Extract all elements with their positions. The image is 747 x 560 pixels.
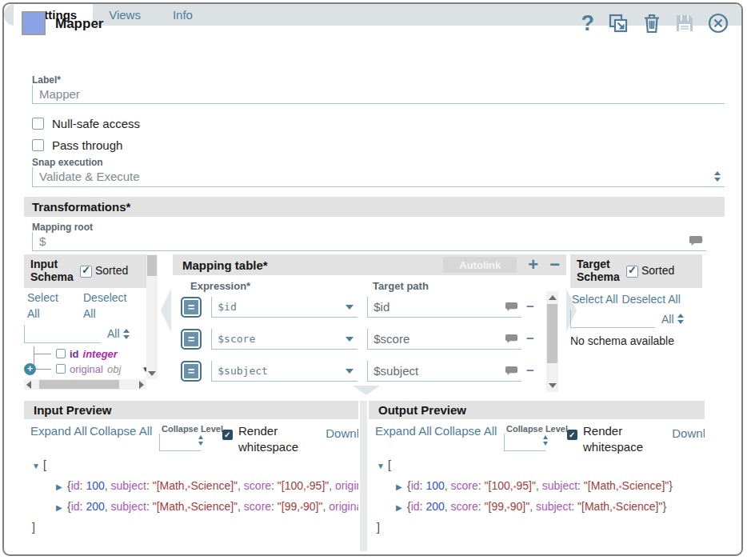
mapping-table-title: Mapping table*: [182, 258, 268, 272]
null-safe-access-label: Null-safe access: [52, 117, 140, 130]
input-deselect-all-link[interactable]: Deselect All: [83, 290, 134, 322]
comment-bubble-icon[interactable]: [505, 334, 518, 344]
row-expander-icon[interactable]: ▶: [396, 477, 407, 497]
target-path-input[interactable]: $id: [367, 297, 521, 318]
input-sorted-checkbox[interactable]: [80, 266, 92, 278]
mapping-row: = $id $id −: [181, 296, 534, 318]
comment-bubble-icon[interactable]: [689, 235, 703, 246]
tree-id-checkbox[interactable]: [56, 349, 66, 358]
target-select-all-link[interactable]: Select All: [572, 291, 618, 307]
row-expander-icon[interactable]: ▶: [56, 498, 67, 518]
input-filter-scope[interactable]: All: [107, 326, 120, 342]
tab-info[interactable]: Info: [157, 4, 209, 26]
input-schema-hscrollbar[interactable]: [24, 379, 146, 390]
output-download-link[interactable]: Download: [672, 426, 705, 442]
input-collapse-all-link[interactable]: Collapse All: [90, 423, 142, 439]
output-collapse-all-link[interactable]: Collapse All: [434, 423, 487, 439]
target-schema-filter-input[interactable]: [570, 310, 655, 328]
mapping-root-label: Mapping root: [32, 222, 93, 233]
root-expander-icon[interactable]: ▼: [377, 456, 388, 476]
comment-bubble-icon[interactable]: [505, 302, 518, 312]
input-collapse-level-stepper[interactable]: Collapse Level: [162, 423, 208, 434]
null-safe-access-row: Null-safe access: [32, 117, 140, 130]
preview-row: ▶{id: 200, score: "[99,•90]", subject: "…: [369, 497, 705, 518]
target-sorted-label: Sorted: [641, 265, 674, 278]
input-filter-spinner-icon[interactable]: [123, 329, 130, 339]
autolink-button[interactable]: Autolink: [443, 257, 517, 273]
target-path-input[interactable]: $subject: [367, 361, 521, 382]
input-download-link[interactable]: Download: [326, 426, 358, 442]
snap-execution-select[interactable]: Validate & Execute: [32, 167, 725, 187]
output-preview-header: Output Preview: [369, 401, 705, 419]
expression-input[interactable]: $id: [211, 297, 358, 318]
output-collapse-level-stepper[interactable]: Collapse Level: [506, 423, 553, 434]
snap-icon: [22, 11, 46, 35]
target-sorted-checkbox[interactable]: [626, 266, 638, 278]
expression-dropdown-icon[interactable]: [346, 337, 354, 342]
save-icon[interactable]: [675, 14, 694, 33]
comment-bubble-icon[interactable]: [505, 366, 518, 376]
input-select-all-link[interactable]: Select All: [27, 290, 72, 322]
expression-input[interactable]: $subject: [211, 361, 358, 382]
expand-node-icon[interactable]: +: [24, 363, 36, 375]
output-render-whitespace-label: Render whitespace: [583, 423, 653, 454]
preview-row: ▶{id: 100, subject: "[Math,•Science]", s…: [24, 476, 358, 497]
tree-field-type: obj: [107, 363, 121, 375]
input-preview-header: Input Preview: [24, 401, 358, 419]
delete-row-icon[interactable]: −: [526, 367, 534, 375]
input-render-whitespace-label: Render whitespace: [238, 423, 309, 454]
delete-snap-icon[interactable]: [642, 13, 661, 34]
transformations-header: Transformations*: [24, 197, 725, 217]
export-icon[interactable]: [608, 13, 629, 34]
collapse-level-spinner-icon[interactable]: [198, 435, 203, 446]
preview-row: ▶{id: 100, score: "[100,•95]", subject: …: [369, 476, 705, 497]
collapse-left-pane-handle[interactable]: [161, 289, 171, 332]
target-schema-header: Target Schema Sorted: [570, 254, 702, 288]
target-filter-scope[interactable]: All: [661, 311, 674, 327]
no-schema-message: No schema available: [570, 334, 702, 347]
input-render-whitespace-checkbox[interactable]: [222, 430, 233, 440]
input-schema-filter-input[interactable]: [24, 325, 101, 343]
collapse-level-spinner-icon[interactable]: [543, 435, 548, 446]
row-expander-icon[interactable]: ▶: [396, 498, 407, 518]
remove-row-icon[interactable]: −: [549, 257, 560, 273]
add-row-icon[interactable]: +: [528, 257, 538, 273]
target-filter-spinner-icon[interactable]: [677, 314, 684, 324]
collapse-preview-handle[interactable]: [353, 386, 380, 395]
label-field-label: Label*: [32, 74, 61, 86]
target-path-input[interactable]: $score: [367, 329, 521, 350]
input-schema-title: Input Schema: [30, 258, 77, 283]
expression-dropdown-icon[interactable]: [346, 369, 354, 374]
pass-through-checkbox[interactable]: [32, 139, 44, 151]
input-schema-vscrollbar[interactable]: [146, 254, 158, 379]
input-expand-all-link[interactable]: Expand All: [30, 423, 77, 439]
tree-field-type: integer: [83, 348, 118, 360]
help-icon[interactable]: ?: [581, 12, 595, 34]
output-render-whitespace-checkbox[interactable]: [567, 430, 577, 440]
expression-toggle-button[interactable]: =: [181, 361, 202, 382]
row-expander-icon[interactable]: ▶: [56, 477, 67, 497]
preview-divider[interactable]: [360, 401, 367, 551]
close-icon[interactable]: [708, 13, 729, 34]
pass-through-row: Pass through: [32, 138, 122, 152]
root-expander-icon[interactable]: ▼: [32, 456, 43, 476]
input-preview-panel: Input Preview Expand All Collapse All Co…: [24, 401, 358, 553]
expression-dropdown-icon[interactable]: [346, 305, 354, 310]
label-input[interactable]: Mapper: [32, 85, 725, 104]
mapping-root-input[interactable]: $: [32, 232, 706, 251]
select-spinner-icon[interactable]: [714, 171, 721, 182]
tree-field-name: id: [70, 348, 79, 360]
expression-toggle-button[interactable]: =: [181, 329, 202, 350]
output-expand-all-link[interactable]: Expand All: [375, 423, 421, 439]
mapping-table-vscrollbar[interactable]: [546, 291, 558, 392]
expression-input[interactable]: $score: [211, 329, 358, 350]
null-safe-access-checkbox[interactable]: [32, 118, 44, 130]
mapping-row: = $subject $subject −: [181, 360, 534, 382]
output-preview-panel: Output Preview Expand All Collapse All C…: [369, 401, 705, 553]
expression-toggle-button[interactable]: =: [181, 297, 202, 318]
target-deselect-all-link[interactable]: Deselect All: [622, 291, 681, 307]
input-schema-panel: Input Schema Sorted Select All Deselect …: [24, 254, 158, 390]
tree-original-checkbox[interactable]: [56, 364, 66, 374]
delete-row-icon[interactable]: −: [526, 335, 534, 343]
delete-row-icon[interactable]: −: [526, 303, 534, 311]
